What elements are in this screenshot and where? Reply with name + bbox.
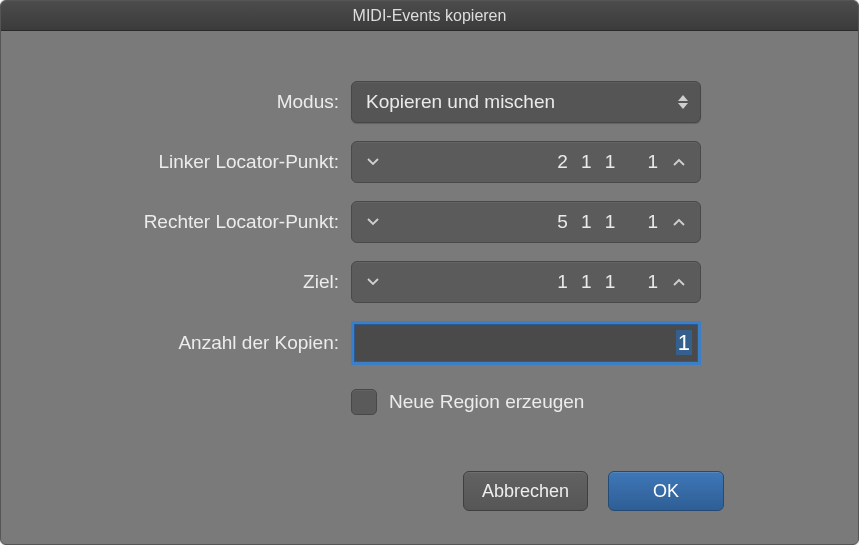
right-locator-stepper[interactable]: 5 1 11 [351, 201, 701, 243]
mode-select-value: Kopieren und mischen [366, 91, 670, 113]
window-title: MIDI-Events kopieren [1, 1, 858, 31]
destination-stepper[interactable]: 1 1 11 [351, 261, 701, 303]
row-left-locator: Linker Locator-Punkt: 2 1 11 [41, 141, 818, 183]
row-copies: Anzahl der Kopien: 1 [41, 321, 818, 365]
label-mode: Modus: [41, 91, 351, 113]
row-right-locator: Rechter Locator-Punkt: 5 1 11 [41, 201, 818, 243]
copies-input[interactable]: 1 [351, 321, 701, 365]
chevron-up-icon[interactable] [666, 142, 692, 182]
dialog-content: Modus: Kopieren und mischen Linker Locat… [1, 31, 858, 531]
row-new-region: Neue Region erzeugen [41, 383, 818, 445]
label-right-locator: Rechter Locator-Punkt: [41, 211, 351, 233]
row-mode: Modus: Kopieren und mischen [41, 81, 818, 123]
chevron-up-icon[interactable] [666, 262, 692, 302]
label-copies: Anzahl der Kopien: [41, 332, 351, 354]
chevron-up-icon[interactable] [666, 202, 692, 242]
destination-value: 1 1 11 [386, 271, 666, 293]
label-destination: Ziel: [41, 271, 351, 293]
label-left-locator: Linker Locator-Punkt: [41, 151, 351, 173]
row-destination: Ziel: 1 1 11 [41, 261, 818, 303]
new-region-checkbox[interactable] [351, 389, 377, 415]
copies-value: 1 [364, 330, 692, 356]
dialog-footer: Abbrechen OK [41, 471, 818, 511]
cancel-button[interactable]: Abbrechen [463, 471, 588, 511]
left-locator-value: 2 1 11 [386, 151, 666, 173]
svg-marker-0 [678, 95, 688, 101]
new-region-label: Neue Region erzeugen [389, 391, 584, 413]
right-locator-value: 5 1 11 [386, 211, 666, 233]
left-locator-stepper[interactable]: 2 1 11 [351, 141, 701, 183]
chevron-down-icon[interactable] [360, 202, 386, 242]
ok-button[interactable]: OK [608, 471, 724, 511]
chevron-down-icon[interactable] [360, 262, 386, 302]
chevron-down-icon[interactable] [360, 142, 386, 182]
updown-icon [670, 95, 688, 109]
mode-select[interactable]: Kopieren und mischen [351, 81, 701, 123]
dialog-window: MIDI-Events kopieren Modus: Kopieren und… [0, 0, 859, 545]
svg-marker-1 [678, 103, 688, 109]
